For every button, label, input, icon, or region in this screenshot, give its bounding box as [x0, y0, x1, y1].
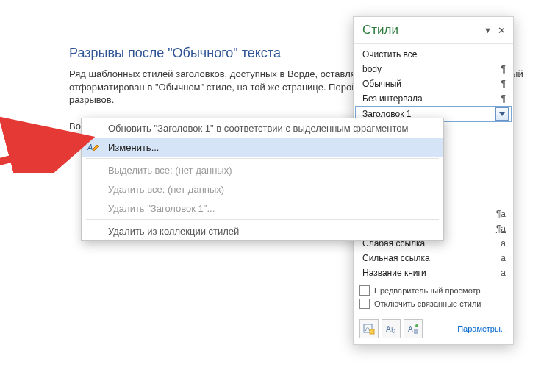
options-link[interactable]: Параметры... — [457, 324, 507, 333]
ctx-select-all[interactable]: Выделить все: (нет данных) — [82, 160, 443, 179]
svg-text:Ϧ: Ϧ — [391, 327, 395, 333]
preview-checkbox[interactable]: Предварительный просмотр — [359, 284, 507, 297]
style-marker: ¶ — [501, 93, 506, 104]
ctx-delete-all[interactable]: Удалить все: (нет данных) — [82, 179, 443, 199]
svg-text:A: A — [408, 325, 413, 333]
style-row[interactable]: Без интервала ¶ — [355, 91, 512, 106]
ctx-label: Удалить "Заголовок 1"... — [108, 203, 215, 214]
style-marker: a — [501, 238, 506, 249]
style-marker: ¶a — [496, 224, 506, 234]
disable-linked-checkbox-label: Отключить связанные стили — [374, 299, 481, 308]
style-label: Обычный — [362, 79, 401, 89]
style-marker: ¶ — [501, 79, 506, 89]
style-row[interactable]: Очистить все — [355, 47, 512, 62]
svg-text:A: A — [386, 325, 391, 333]
style-label: Без интервала — [362, 93, 423, 104]
modify-icon: A — [87, 140, 101, 154]
style-marker: a — [501, 253, 506, 263]
style-row[interactable]: body ¶ — [355, 62, 512, 76]
ctx-modify[interactable]: A Изменить... — [82, 138, 443, 157]
svg-rect-2 — [370, 329, 374, 334]
ctx-remove-gallery[interactable]: Удалить из коллекции стилей — [82, 221, 443, 240]
down-arrow-icon[interactable]: ▼ — [484, 26, 492, 35]
ctx-label: Выделить все: (нет данных) — [108, 165, 232, 176]
svg-point-6 — [415, 324, 418, 327]
style-label: Сильная ссылка — [362, 253, 430, 263]
svg-text:A: A — [87, 143, 93, 152]
style-label: Очистить все — [362, 49, 417, 60]
ctx-label: Удалить из коллекции стилей — [108, 226, 239, 237]
style-label: body — [362, 64, 382, 74]
dropdown-arrow-icon[interactable] — [495, 107, 509, 121]
ctx-delete-style[interactable]: Удалить "Заголовок 1"... — [82, 199, 443, 218]
style-marker: ¶a — [496, 209, 506, 219]
close-icon[interactable]: ✕ — [498, 25, 506, 36]
style-inspector-button[interactable]: A Ϧ — [382, 319, 401, 338]
separator — [86, 158, 439, 159]
preview-checkbox-label: Предварительный просмотр — [374, 286, 481, 295]
ctx-label: Обновить "Заголовок 1" в соответствии с … — [108, 123, 408, 134]
style-row[interactable]: Обычный ¶ — [355, 76, 512, 91]
style-label: Название книги — [362, 268, 426, 278]
svg-text:A: A — [365, 325, 370, 332]
style-marker: ¶ — [501, 64, 506, 74]
separator — [86, 219, 439, 220]
style-row[interactable]: Сильная ссылка a — [355, 251, 512, 266]
ctx-label: Изменить... — [108, 142, 159, 153]
style-marker: a — [501, 268, 506, 278]
checkbox-icon — [359, 285, 370, 296]
ctx-update[interactable]: Обновить "Заголовок 1" в соответствии с … — [82, 118, 443, 138]
ctx-label: Удалить все: (нет данных) — [108, 184, 224, 195]
pane-title: Стили — [362, 23, 398, 38]
new-style-button[interactable]: A — [359, 319, 379, 338]
disable-linked-checkbox[interactable]: Отключить связанные стили — [359, 297, 507, 310]
manage-styles-button[interactable]: A — [404, 319, 423, 338]
style-row[interactable]: Название книги a — [355, 266, 512, 279]
style-context-menu: Обновить "Заголовок 1" в соответствии с … — [81, 118, 444, 241]
checkbox-icon — [359, 299, 370, 309]
